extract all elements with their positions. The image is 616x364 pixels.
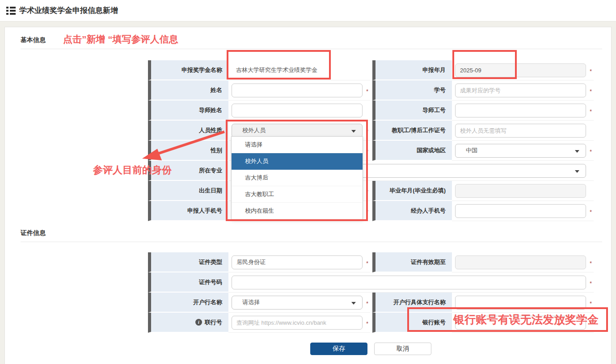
bank-branch-cell: * (452, 293, 594, 313)
basic-section-header: 基本信息 (5, 27, 611, 49)
required-asterisk: * (590, 148, 592, 155)
bank-name-cell: 请选择 * (228, 293, 370, 313)
scholarship-name-cell: 吉林大学研究生学术业绩奖学金 (228, 60, 370, 80)
certificate-info-table: 证件类型 * 证件有效期至 * 证件号码 * 开户行名称 请选择 * 开户行具体… (148, 252, 594, 333)
certificate-section-title: 证件信息 (21, 229, 46, 237)
cert-expiry-cell: * (452, 252, 594, 272)
certificate-section-header: 证件信息 (5, 221, 611, 242)
staff-id-input[interactable] (455, 124, 586, 138)
supervisor-id-input[interactable] (455, 104, 586, 117)
dropdown-option-selected[interactable]: 校外人员 (232, 153, 363, 170)
bank-branch-input[interactable] (455, 296, 586, 310)
supervisor-id-label: 导师工号 (372, 100, 452, 121)
bank-name-value: 请选择 (236, 298, 260, 306)
divider (21, 242, 602, 242)
chevron-down-icon (351, 302, 356, 305)
dropdown-option[interactable]: 校内在籍生 (232, 203, 363, 219)
agent-phone-label: 经办人手机号 (372, 201, 452, 221)
chevron-down-icon (351, 130, 356, 133)
bank-code-input[interactable] (232, 316, 363, 330)
bank-branch-label: 开户行具体支行名称 (372, 293, 452, 313)
cert-expiry-input[interactable] (455, 255, 586, 269)
country-value: 中国 (460, 146, 477, 155)
person-type-select[interactable]: 校外人员 (232, 124, 363, 138)
staff-id-cell (452, 121, 594, 141)
required-asterisk: * (366, 148, 368, 155)
required-asterisk: * (590, 320, 592, 327)
bank-account-input[interactable] (455, 316, 586, 330)
person-type-dropdown-list: 请选择 校外人员 吉大博后 吉大教职工 校内在籍生 (231, 136, 363, 220)
cert-number-label: 证件号码 (148, 272, 228, 293)
student-id-cell: * (452, 80, 594, 100)
basic-section-title: 基本信息 (21, 36, 46, 44)
graduate-month-cell (452, 181, 594, 201)
country-cell: 中国 * (452, 141, 594, 161)
student-id-label: 学号 (372, 80, 452, 100)
page-title: 学术业绩奖学金申报信息新增 (19, 5, 118, 16)
bank-code-label: 联行号 (205, 318, 222, 326)
cert-number-input[interactable] (232, 276, 586, 289)
cert-type-input[interactable] (232, 255, 363, 269)
chevron-down-icon (575, 150, 579, 153)
bank-code-cell: * (228, 313, 370, 333)
major-label: 所在专业 (148, 161, 228, 181)
required-asterisk: * (366, 188, 368, 195)
cert-type-label: 证件类型 (148, 252, 228, 272)
required-asterisk: * (366, 260, 368, 267)
name-cell: * (228, 80, 370, 100)
agent-phone-input[interactable] (455, 204, 586, 218)
button-row: 保存 取消 (148, 343, 594, 355)
required-asterisk: * (366, 320, 368, 327)
person-type-label: 人员性质 (148, 121, 228, 141)
name-input[interactable] (232, 84, 363, 97)
page: { "page": { "title": "学术业绩奖学金申报信息新增" }, … (0, 0, 616, 364)
supervisor-name-cell (228, 100, 370, 121)
applicant-phone-label: 申报人手机号 (148, 201, 228, 221)
student-id-input[interactable] (455, 84, 586, 97)
required-asterisk: * (366, 88, 368, 95)
birth-date-label: 出生日期 (148, 181, 228, 201)
required-asterisk: * (590, 300, 592, 307)
basic-info-table: 申报奖学金名称 吉林大学研究生学术业绩奖学金 申报年月 * 姓名 * 学号 * … (148, 60, 594, 221)
supervisor-name-label: 导师姓名 (148, 100, 228, 121)
required-asterisk: * (590, 280, 592, 287)
apply-month-input[interactable] (455, 63, 586, 77)
save-button[interactable]: 保存 (310, 343, 367, 355)
required-asterisk: * (366, 300, 368, 307)
country-label: 国家或地区 (372, 141, 452, 161)
apply-month-cell: * (452, 60, 594, 80)
name-label: 姓名 (148, 80, 228, 100)
bank-account-cell: * (452, 313, 594, 333)
cert-expiry-label: 证件有效期至 (372, 252, 452, 272)
required-asterisk: * (366, 209, 368, 215)
required-asterisk: * (366, 128, 368, 135)
bank-code-label-cell: 联行号 (148, 313, 228, 333)
bank-name-select[interactable]: 请选择 (232, 296, 363, 310)
scholarship-name-label: 申报奖学金名称 (148, 60, 228, 80)
supervisor-id-cell: * (452, 100, 594, 121)
bank-account-label: 银行账号 (372, 313, 452, 333)
required-asterisk: * (590, 88, 592, 95)
required-asterisk: * (590, 108, 592, 115)
cancel-button[interactable]: 取消 (374, 343, 431, 355)
supervisor-name-input[interactable] (232, 104, 363, 117)
required-asterisk: * (590, 209, 592, 215)
divider (21, 49, 602, 49)
person-type-value: 校外人员 (236, 126, 266, 134)
agent-phone-cell: * (452, 201, 594, 221)
dropdown-option[interactable]: 请选择 (232, 137, 363, 153)
dropdown-option[interactable]: 吉大博后 (232, 170, 363, 186)
top-bar: 学术业绩奖学金申报信息新增 (0, 0, 616, 21)
country-select[interactable]: 中国 (455, 144, 586, 158)
staff-id-label: 教职工/博后工作证号 (372, 121, 452, 141)
required-asterisk: * (590, 68, 592, 75)
gender-label: 性别 (148, 141, 228, 161)
cert-number-cell: * (228, 272, 594, 293)
graduate-month-input[interactable] (455, 184, 586, 198)
bank-name-label: 开户行名称 (148, 293, 228, 313)
required-asterisk: * (590, 260, 592, 267)
cert-type-cell: * (228, 252, 370, 272)
graduate-month-label: 毕业年月(毕业生必填) (372, 181, 452, 201)
info-icon (195, 319, 202, 326)
dropdown-option[interactable]: 吉大教职工 (232, 186, 363, 203)
